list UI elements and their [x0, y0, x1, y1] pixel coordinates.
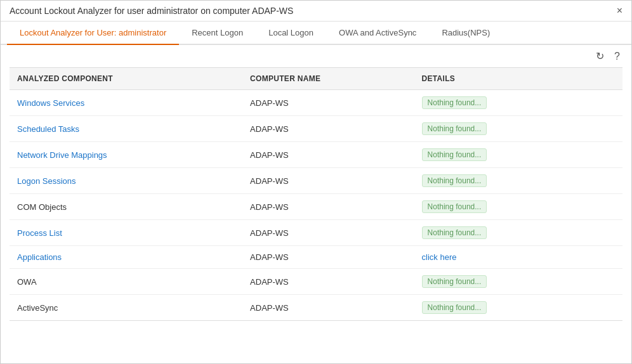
component-name-cell: Network Drive Mappings	[10, 142, 242, 168]
component-name: Applications	[17, 252, 62, 262]
details-cell: Nothing found...	[414, 269, 622, 295]
computer-name-cell: ADAP-WS	[242, 295, 414, 321]
details-cell: Nothing found...	[414, 168, 622, 194]
component-name: Windows Services	[17, 98, 84, 108]
window-title: Account Lockout Analyzer for user admini…	[10, 6, 293, 16]
table-row: Network Drive MappingsADAP-WSNothing fou…	[10, 142, 622, 168]
table-body: Windows ServicesADAP-WSNothing found...S…	[10, 90, 622, 321]
tab-recent-logon[interactable]: Recent Logon	[179, 22, 256, 45]
table-row: Windows ServicesADAP-WSNothing found...	[10, 90, 622, 116]
computer-name-cell: ADAP-WS	[242, 220, 414, 246]
component-name-cell: Scheduled Tasks	[10, 116, 242, 142]
component-name: Scheduled Tasks	[17, 124, 79, 134]
table-row: COM ObjectsADAP-WSNothing found...	[10, 194, 622, 220]
tab-lockout[interactable]: Lockout Analyzer for User: administrator	[7, 22, 179, 45]
close-button[interactable]: ×	[617, 6, 622, 16]
table-row: OWAADAP-WSNothing found...	[10, 269, 622, 295]
table-row: Scheduled TasksADAP-WSNothing found...	[10, 116, 622, 142]
component-name-cell: Process List	[10, 220, 242, 246]
tabs-container: Lockout Analyzer for User: administrator…	[1, 22, 631, 45]
nothing-found-badge: Nothing found...	[422, 301, 487, 314]
click-here-link[interactable]: click here	[422, 252, 457, 262]
help-button[interactable]: ?	[612, 49, 622, 63]
component-name: Logon Sessions	[17, 176, 76, 186]
computer-name-cell: ADAP-WS	[242, 269, 414, 295]
component-name: Network Drive Mappings	[17, 150, 107, 160]
refresh-button[interactable]: ↻	[593, 49, 607, 63]
component-name-cell: OWA	[10, 269, 242, 295]
details-cell: Nothing found...	[414, 116, 622, 142]
title-bar: Account Lockout Analyzer for user admini…	[1, 1, 631, 22]
component-name-cell: Logon Sessions	[10, 168, 242, 194]
details-cell: Nothing found...	[414, 220, 622, 246]
computer-name-cell: ADAP-WS	[242, 168, 414, 194]
nothing-found-badge: Nothing found...	[422, 122, 487, 135]
details-cell[interactable]: click here	[414, 246, 622, 269]
tab-local-logon[interactable]: Local Logon	[256, 22, 326, 45]
nothing-found-badge: Nothing found...	[422, 148, 487, 161]
details-cell: Nothing found...	[414, 295, 622, 321]
nothing-found-badge: Nothing found...	[422, 226, 487, 239]
table-row: ActiveSyncADAP-WSNothing found...	[10, 295, 622, 321]
computer-name-cell: ADAP-WS	[242, 90, 414, 116]
column-header-computer: COMPUTER NAME	[242, 68, 414, 90]
table-header: ANALYZED COMPONENT COMPUTER NAME DETAILS	[10, 68, 622, 90]
details-cell: Nothing found...	[414, 142, 622, 168]
table-row: ApplicationsADAP-WSclick here	[10, 246, 622, 269]
component-name: ActiveSync	[17, 303, 58, 313]
component-name-cell: COM Objects	[10, 194, 242, 220]
nothing-found-badge: Nothing found...	[422, 200, 487, 213]
tab-radius[interactable]: Radius(NPS)	[429, 22, 503, 45]
column-header-component: ANALYZED COMPONENT	[10, 68, 242, 90]
details-cell: Nothing found...	[414, 194, 622, 220]
component-name-cell: ActiveSync	[10, 295, 242, 321]
table-container: ANALYZED COMPONENT COMPUTER NAME DETAILS…	[1, 67, 631, 349]
component-name-cell: Windows Services	[10, 90, 242, 116]
nothing-found-badge: Nothing found...	[422, 96, 487, 109]
component-name: Process List	[17, 228, 62, 238]
computer-name-cell: ADAP-WS	[242, 194, 414, 220]
table-row: Process ListADAP-WSNothing found...	[10, 220, 622, 246]
nothing-found-badge: Nothing found...	[422, 174, 487, 187]
component-name: COM Objects	[17, 202, 67, 212]
tab-owa-activesync[interactable]: OWA and ActiveSync	[326, 22, 429, 45]
nothing-found-badge: Nothing found...	[422, 275, 487, 288]
details-cell: Nothing found...	[414, 90, 622, 116]
computer-name-cell: ADAP-WS	[242, 246, 414, 269]
component-name-cell: Applications	[10, 246, 242, 269]
computer-name-cell: ADAP-WS	[242, 116, 414, 142]
column-header-details: DETAILS	[414, 68, 622, 90]
table-row: Logon SessionsADAP-WSNothing found...	[10, 168, 622, 194]
component-name: OWA	[17, 277, 37, 287]
computer-name-cell: ADAP-WS	[242, 142, 414, 168]
toolbar: ↻ ?	[1, 45, 631, 67]
analysis-table: ANALYZED COMPONENT COMPUTER NAME DETAILS…	[10, 67, 622, 321]
